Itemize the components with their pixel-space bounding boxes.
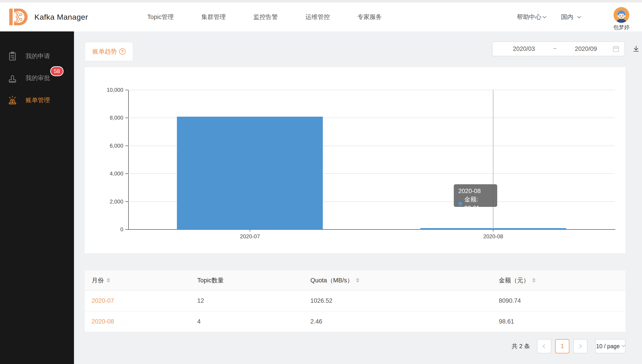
sidebar-item-label: 我的申请 [26, 52, 50, 60]
sort-icon [356, 278, 359, 282]
x-tick-label: 2020-08 [470, 233, 516, 240]
sidebar-item-billing[interactable]: 账单管理 [0, 89, 74, 111]
table-header-row: 月份 Topic数量 Quota（MB/s） 金额（元） [85, 270, 625, 290]
y-tick-label: 8,000 [97, 114, 123, 121]
tooltip-value: 金额: 98.61 [464, 195, 493, 212]
download-icon [632, 44, 640, 53]
date-range-picker[interactable]: 2020/03 ~ 2020/09 [492, 41, 625, 56]
user-avatar[interactable] [613, 7, 629, 23]
top-nav: Topic管理 集群管理 监控告警 运维管控 专家服务 [147, 2, 382, 32]
gridline [128, 90, 615, 90]
chevron-down-icon [543, 14, 546, 18]
date-end-value[interactable]: 2020/09 [559, 46, 612, 52]
chevron-down-icon [621, 343, 625, 347]
column-header-quota[interactable]: Quota（MB/s） [310, 270, 359, 290]
next-page-button[interactable] [573, 339, 587, 353]
username: 包梦婷 [609, 24, 633, 31]
month-link[interactable]: 2020-07 [92, 297, 114, 304]
y-tick-mark [125, 90, 128, 90]
nav-item-ops[interactable]: 运维管控 [305, 13, 330, 21]
y-tick-label: 0 [97, 226, 123, 233]
chevron-down-icon [577, 14, 581, 18]
approvals-count-badge: 58 [50, 66, 64, 76]
download-button[interactable] [632, 44, 640, 53]
tooltip-title: 2020-08 [458, 187, 493, 195]
topics-value: 4 [197, 312, 201, 332]
sidebar-item-label: 账单管理 [26, 96, 50, 104]
x-tick-label: 2020-07 [227, 233, 273, 240]
bar[interactable] [177, 117, 323, 230]
app-title: Kafka Manager [34, 2, 88, 32]
region-selector[interactable]: 国内 [561, 2, 580, 32]
total-count: 共 2 条 [512, 342, 530, 350]
sidebar: 我的申请 我的审批 58 账单管理 [0, 32, 74, 364]
table-row: 2020-08 4 2.46 98.61 [85, 311, 625, 332]
y-tick-label: 6,000 [97, 142, 123, 149]
app-root: Kafka Manager Topic管理 集群管理 监控告警 运维管控 专家服… [0, 0, 642, 364]
x-tick-mark [493, 230, 493, 232]
column-header-topics: Topic数量 [197, 270, 224, 290]
date-start-value[interactable]: 2020/03 [497, 46, 550, 52]
y-tick-mark [125, 229, 128, 230]
nav-item-monitor[interactable]: 监控告警 [253, 13, 278, 21]
page-size-select[interactable]: 10 / page [595, 339, 625, 353]
month-link[interactable]: 2020-08 [92, 318, 114, 325]
clipboard-icon [8, 51, 18, 61]
page-1-button[interactable]: 1 [555, 339, 569, 353]
prev-page-button[interactable] [537, 339, 551, 353]
stamp-icon [8, 73, 18, 83]
help-center-menu[interactable]: 帮助中心 [517, 2, 546, 32]
sidebar-item-label: 我的审批 [26, 74, 50, 82]
nav-item-topic[interactable]: Topic管理 [147, 13, 174, 21]
nav-item-expert[interactable]: 专家服务 [357, 13, 382, 21]
x-tick-mark [250, 230, 250, 232]
billing-table: 月份 Topic数量 Quota（MB/s） 金额（元） 2020-07 12 … [85, 270, 625, 332]
column-header-amount[interactable]: 金额（元） [499, 270, 536, 290]
nav-item-cluster[interactable]: 集群管理 [201, 13, 226, 21]
y-tick-mark [125, 118, 128, 118]
chart-tooltip: 2020-08 金额: 98.61 [454, 184, 497, 207]
chart-plot: 2020-08 金额: 98.61 02,0004,0006,0008,0001… [128, 90, 615, 230]
billing-trend-chart-panel: 2020-08 金额: 98.61 02,0004,0006,0008,0001… [85, 67, 625, 253]
kafka-manager-logo[interactable] [5, 5, 29, 29]
avatar-image [613, 7, 629, 23]
y-tick-label: 4,000 [97, 170, 123, 177]
calendar-icon [612, 45, 619, 52]
quota-value: 1026.52 [310, 290, 333, 311]
date-separator: ~ [550, 46, 559, 52]
series-dot-icon [458, 202, 462, 206]
header: Kafka Manager Topic管理 集群管理 监控告警 运维管控 专家服… [0, 2, 642, 32]
top-strip [0, 0, 642, 2]
y-axis-line [128, 90, 129, 230]
siren-icon [8, 95, 18, 105]
help-question-icon[interactable]: ? [119, 48, 126, 55]
crosshair-line [493, 90, 493, 230]
pagination: 共 2 条 1 10 / page [85, 339, 625, 353]
y-tick-mark [125, 202, 128, 202]
sort-icon [532, 278, 536, 282]
chevron-right-icon [577, 344, 581, 348]
logo-icon [5, 5, 29, 29]
y-tick-mark [125, 146, 128, 146]
y-tick-label: 2,000 [97, 198, 123, 205]
tab-billing-trend[interactable]: 账单趋势 ? [85, 42, 133, 60]
table-row: 2020-07 12 1026.52 8090.74 [85, 290, 625, 311]
quota-value: 2.46 [310, 312, 322, 332]
sort-icon [107, 278, 110, 282]
amount-value: 8090.74 [499, 290, 521, 311]
chevron-left-icon [543, 344, 547, 348]
topics-value: 12 [197, 290, 204, 311]
y-tick-mark [125, 174, 128, 174]
sidebar-item-my-applications[interactable]: 我的申请 [0, 45, 74, 67]
amount-value: 98.61 [499, 312, 514, 332]
y-tick-label: 10,000 [97, 86, 123, 93]
column-header-month[interactable]: 月份 [92, 270, 110, 290]
